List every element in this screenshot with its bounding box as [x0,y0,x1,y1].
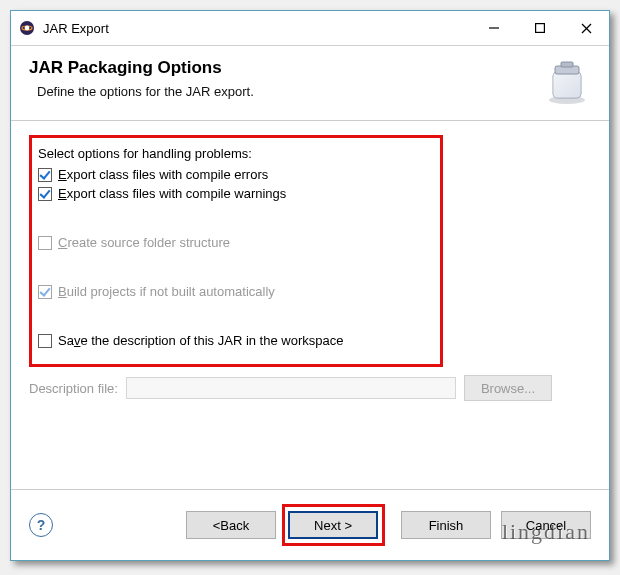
checkbox-label: Save the description of this JAR in the … [58,333,343,348]
back-button[interactable]: < Back [186,511,276,539]
content-area: Select options for handling problems: Ex… [11,121,609,489]
browse-button: Browse... [464,375,552,401]
checkbox-create-source: Create source folder structure [38,235,430,250]
window-title: JAR Export [43,21,471,36]
checkbox-icon [38,236,52,250]
checkbox-label: Build projects if not built automaticall… [58,284,275,299]
svg-point-2 [25,26,30,31]
checkbox-icon [38,187,52,201]
footer-buttons: < Back Next > Finish Cancel [187,504,591,546]
checkbox-label: Create source folder structure [58,235,230,250]
wizard-description: Define the options for the JAR export. [37,84,254,99]
checkbox-label: Export class files with compile warnings [58,186,286,201]
titlebar: JAR Export [11,11,609,46]
wizard-banner: JAR Packaging Options Define the options… [11,46,609,121]
dialog-window: JAR Export JAR Packaging Options Define … [10,10,610,561]
checkbox-label: Export class files with compile errors [58,167,268,182]
wizard-title: JAR Packaging Options [29,58,254,78]
checkbox-save-description[interactable]: Save the description of this JAR in the … [38,333,430,348]
cancel-button[interactable]: Cancel [501,511,591,539]
description-file-row: Description file: Browse... [29,375,591,401]
checkbox-build-projects: Build projects if not built automaticall… [38,284,430,299]
description-file-input [126,377,456,399]
minimize-button[interactable] [471,12,517,45]
description-file-label: Description file: [29,381,118,396]
highlighted-options: Select options for handling problems: Ex… [29,135,443,367]
checkbox-icon [38,285,52,299]
finish-button[interactable]: Finish [401,511,491,539]
checkbox-icon [38,168,52,182]
help-icon[interactable]: ? [29,513,53,537]
svg-rect-4 [536,24,545,33]
checkbox-export-errors[interactable]: Export class files with compile errors [38,167,430,182]
checkbox-export-warnings[interactable]: Export class files with compile warnings [38,186,430,201]
svg-rect-9 [553,72,581,98]
svg-rect-11 [561,62,573,67]
checkbox-icon [38,334,52,348]
close-button[interactable] [563,12,609,45]
eclipse-icon [19,20,35,36]
next-button[interactable]: Next > [288,511,378,539]
section-label: Select options for handling problems: [38,146,430,161]
jar-icon [543,58,591,106]
maximize-button[interactable] [517,12,563,45]
next-highlight: Next > [282,504,385,546]
wizard-footer: ? < Back Next > Finish Cancel [11,489,609,560]
